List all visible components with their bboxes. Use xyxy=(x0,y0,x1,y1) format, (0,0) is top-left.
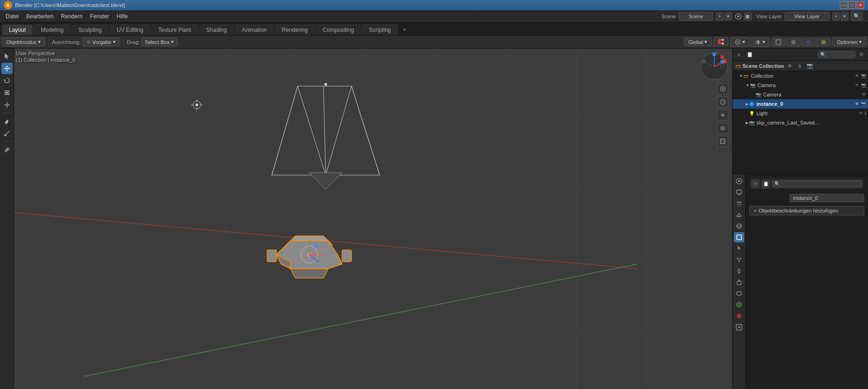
outliner-item-instance0[interactable]: ▶ 🔷 instance_0 👁 📷 xyxy=(733,99,868,109)
zoom-out-button[interactable] xyxy=(717,96,728,108)
options-btn[interactable]: Optionen ▾ xyxy=(832,37,866,46)
tab-uv-editing[interactable]: UV Editing xyxy=(110,24,150,35)
maximize-button[interactable]: □ xyxy=(848,1,856,9)
prop-custom-icon[interactable] xyxy=(734,322,744,332)
render-toggle-icon[interactable]: 📷 xyxy=(806,62,814,70)
prop-modifier-icon[interactable] xyxy=(734,243,744,254)
prop-world-icon[interactable] xyxy=(734,221,744,231)
render-icon[interactable] xyxy=(735,13,741,20)
scene-remove-icon[interactable]: ✕ xyxy=(725,13,732,20)
cam-parent-eye-icon[interactable]: 👁 xyxy=(855,83,859,88)
prop-material-icon[interactable] xyxy=(734,300,744,310)
svg-rect-60 xyxy=(737,190,741,194)
zoom-in-button[interactable] xyxy=(717,83,728,95)
wireframe-btn[interactable] xyxy=(771,38,786,46)
view-layer-select[interactable]: View Layer xyxy=(785,12,830,21)
prop-particles-icon[interactable] xyxy=(734,255,744,265)
navigation-gizmo[interactable]: X Y Z xyxy=(700,52,728,81)
cam-parent-render-icon[interactable]: 📷 xyxy=(861,83,866,88)
properties-search-input[interactable] xyxy=(772,180,862,187)
mode-selector[interactable]: Objektmodus ▾ xyxy=(2,37,45,46)
scene-add-icon[interactable]: + xyxy=(716,13,724,20)
prop-shader-icon[interactable] xyxy=(734,311,744,321)
outliner-item-skp-camera[interactable]: ▶ 📷 skp_camera_Last_Saved_SketchUp_Vi... xyxy=(733,118,868,127)
select-box-selector[interactable]: Select Box ▾ xyxy=(142,37,178,46)
vorgabe-selector[interactable]: ⚙ Vorgabe ▾ xyxy=(82,37,120,46)
prop-object-icon[interactable] xyxy=(734,232,744,242)
tab-texture-paint[interactable]: Texture Paint xyxy=(151,24,198,35)
viewport-nav-buttons xyxy=(717,83,728,147)
layout-icon[interactable]: ▦ xyxy=(744,13,752,20)
light-eye-icon[interactable]: 👁 xyxy=(859,111,863,116)
prop-data-icon[interactable] xyxy=(734,288,744,299)
tab-scripting[interactable]: Scripting xyxy=(362,24,398,35)
tool-rotate[interactable] xyxy=(1,75,13,86)
prop-output-icon[interactable] xyxy=(734,187,744,198)
prop-list-icon[interactable]: 📋 xyxy=(762,180,770,188)
outliner-item-camera-parent[interactable]: ▼ 📷 Camera 👁 📷 xyxy=(733,81,868,90)
pan-button[interactable] xyxy=(717,110,728,121)
collection-render-icon[interactable]: 📷 xyxy=(861,73,866,78)
scene-select[interactable]: Scene xyxy=(679,12,713,21)
tab-layout[interactable]: Layout xyxy=(2,24,33,35)
grid-button[interactable] xyxy=(717,136,728,147)
tool-transform[interactable] xyxy=(1,99,13,110)
tool-add[interactable] xyxy=(1,144,13,155)
outliner-item-light[interactable]: ▶ 💡 Light 👁 ℹ xyxy=(733,109,868,118)
global-selector[interactable]: Global ▾ xyxy=(684,37,712,46)
outliner-item-collection[interactable]: ▼ 🗃 Collection 👁 📷 xyxy=(733,71,868,81)
prop-view-layer-icon[interactable] xyxy=(734,198,744,209)
menu-fenster[interactable]: Fenster xyxy=(86,12,113,21)
inst-render-icon[interactable]: 📷 xyxy=(861,102,866,106)
minimize-button[interactable]: — xyxy=(840,1,847,9)
svg-point-51 xyxy=(720,60,724,64)
prop-filter-icon[interactable]: ≡ xyxy=(751,180,760,188)
search-input[interactable]: 🔍 xyxy=(851,12,862,21)
eye-icon[interactable]: 👁 xyxy=(786,62,794,70)
object-name-value[interactable]: instance_0 xyxy=(790,194,864,202)
material-btn[interactable] xyxy=(801,38,816,46)
tab-modeling[interactable]: Modeling xyxy=(34,24,71,35)
tab-rendering[interactable]: Rendering xyxy=(275,24,314,35)
outliner-list-icon[interactable]: 📋 xyxy=(745,50,755,59)
prop-constraints-icon[interactable] xyxy=(734,277,744,287)
cam-child-eye-icon[interactable]: 👁 xyxy=(862,92,866,97)
tool-measure[interactable] xyxy=(1,128,13,139)
snap-button[interactable]: 🧲 xyxy=(713,37,728,46)
prop-render-icon[interactable] xyxy=(734,176,744,186)
outliner-search-input[interactable] xyxy=(818,51,855,58)
collection-eye-icon[interactable]: 👁 xyxy=(855,73,859,78)
viewport[interactable]: User Perspective (1) Collection | instan… xyxy=(14,49,732,389)
tool-annotate[interactable] xyxy=(1,116,13,127)
rendered-btn[interactable] xyxy=(816,38,831,46)
tab-add-button[interactable]: + xyxy=(399,24,410,35)
tool-select[interactable] xyxy=(1,51,13,62)
overlay-btn[interactable]: ▾ xyxy=(730,37,749,47)
tool-scale[interactable] xyxy=(1,87,13,98)
prop-scene-icon[interactable] xyxy=(734,210,744,220)
vl-add-icon[interactable]: + xyxy=(832,13,840,20)
solid-btn[interactable] xyxy=(786,38,801,46)
tab-sculpting[interactable]: Sculpting xyxy=(72,24,109,35)
menu-datei[interactable]: Datei xyxy=(2,12,22,21)
outliner-filter-icon[interactable]: ≡ xyxy=(734,50,744,59)
menu-hilfe[interactable]: Hilfe xyxy=(113,12,132,21)
vl-remove-icon[interactable]: ✕ xyxy=(841,13,848,20)
prop-physics-icon[interactable] xyxy=(734,266,744,276)
camera-view-button[interactable] xyxy=(717,123,728,134)
inst-eye-icon[interactable]: 👁 xyxy=(855,102,859,106)
tab-compositing[interactable]: Compositing xyxy=(316,24,361,35)
cursor-icon[interactable]: 🖱 xyxy=(796,62,804,70)
tab-animation[interactable]: Animation xyxy=(235,24,274,35)
outliner-settings-icon[interactable]: ⚙ xyxy=(857,50,866,59)
shading-btn[interactable]: ▾ xyxy=(750,37,770,47)
outliner-item-camera-child[interactable]: ▶ 📷 Camera 👁 xyxy=(733,90,868,99)
tool-move[interactable] xyxy=(1,63,13,74)
menu-bearbeiten[interactable]: Bearbeiten xyxy=(22,12,57,21)
close-button[interactable]: ✕ xyxy=(857,1,864,9)
menu-rendern[interactable]: Rendern xyxy=(57,12,86,21)
tab-shading[interactable]: Shading xyxy=(199,24,234,35)
light-info-icon[interactable]: ℹ xyxy=(865,111,866,116)
svg-point-27 xyxy=(307,253,311,257)
add-constraint-button[interactable]: + Objektbeschränkungen hinzufügen xyxy=(749,206,864,215)
